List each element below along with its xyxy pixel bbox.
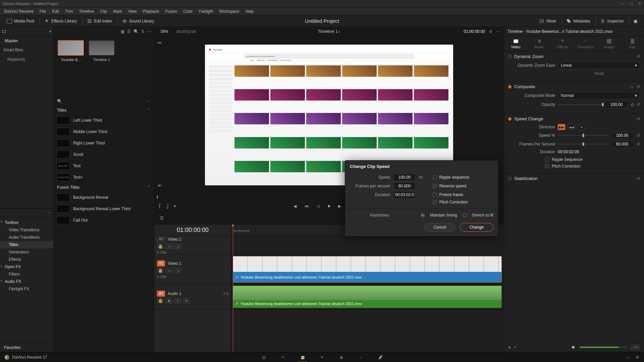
viewer-zoom[interactable]: 38% xyxy=(160,29,168,34)
tree-fairlightfx[interactable]: Fairlight FX xyxy=(0,285,53,293)
direction-forward-button[interactable]: ▶▶ xyxy=(558,124,565,130)
fusion-title-item[interactable]: Call Out xyxy=(54,215,154,226)
mark-out-icon[interactable]: ⎦ xyxy=(165,203,170,209)
title-item[interactable]: Scroll xyxy=(54,149,154,160)
inspector-button[interactable]: Inspector xyxy=(596,17,627,25)
reset-icon[interactable]: ↺ xyxy=(637,142,640,146)
titles-search-icon[interactable]: 🔍 xyxy=(57,99,62,104)
speaker-icon[interactable] xyxy=(571,345,576,350)
tree-filters[interactable]: Filters xyxy=(0,270,53,278)
go-first-frame-icon[interactable]: ⏮ xyxy=(158,40,162,45)
composite-toggle[interactable] xyxy=(508,85,512,88)
menu-fairlight[interactable]: Fairlight xyxy=(196,8,216,14)
expand-icon[interactable]: ▣ xyxy=(629,17,641,25)
link-icon[interactable]: 🔒 xyxy=(157,268,164,273)
composite-mode-dropdown[interactable]: Normal▾ xyxy=(558,92,640,99)
smart-bin-keywords[interactable]: Keywords xyxy=(3,56,50,63)
step-back-icon[interactable]: ◁ xyxy=(315,203,321,209)
page-color[interactable]: ◉ xyxy=(337,354,346,361)
speed-slider[interactable] xyxy=(558,133,608,137)
title-item[interactable]: Right Lower Third xyxy=(54,137,154,149)
duration-input[interactable] xyxy=(393,191,416,198)
arm-icon[interactable]: ◉ xyxy=(166,298,172,303)
track-lane-a1[interactable]: Youtube Bewertung deaktivieren und aktiv… xyxy=(231,284,504,310)
maintain-timing-radio[interactable] xyxy=(421,213,425,217)
change-button[interactable]: Change xyxy=(460,223,493,232)
search-icon[interactable]: 🔍 xyxy=(133,29,139,34)
menu-view[interactable]: View xyxy=(125,8,140,14)
track-header-v1[interactable]: V1Video 1 🔒▭◻ 1 Clip xyxy=(154,255,231,284)
ripple-sequence-checkbox[interactable] xyxy=(545,158,549,162)
title-item[interactable]: Basic TitleText xyxy=(54,160,154,172)
reset-icon[interactable]: ↺ xyxy=(637,102,640,107)
menu-workspace[interactable]: Workspace xyxy=(217,8,242,14)
reset-icon[interactable]: ↺ xyxy=(637,117,640,121)
track-lane-v1[interactable]: Youtube Bewertung deaktivieren und aktiv… xyxy=(231,255,504,284)
mixer-button[interactable]: Mixer xyxy=(536,17,559,25)
audio-clip[interactable]: Youtube Bewertung deaktivieren und aktiv… xyxy=(233,286,502,308)
pitch-correction-checkbox[interactable] xyxy=(545,164,549,168)
tree-audio-transitions[interactable]: Audio Transitions xyxy=(0,234,53,241)
thumb-timeline-1[interactable]: Timeline 1 xyxy=(89,40,115,93)
go-last-frame-icon[interactable]: ⏭ xyxy=(158,183,162,188)
play-icon[interactable]: ▶ xyxy=(337,203,342,209)
thumb-toggle-icon[interactable]: ◻ xyxy=(174,268,181,273)
title-item[interactable]: Middle Lower Third xyxy=(54,126,154,137)
cancel-button[interactable]: Cancel xyxy=(424,223,456,232)
tab-audio[interactable]: Audio xyxy=(528,36,551,51)
menu-mark[interactable]: Mark xyxy=(110,8,125,14)
swap-button[interactable]: Swap xyxy=(558,71,640,76)
dynamic-zoom-ease-dropdown[interactable]: Linear▾ xyxy=(558,62,640,69)
pool-options-icon[interactable]: ⋯ xyxy=(147,29,151,34)
view-grid-icon[interactable]: ▦ xyxy=(121,29,124,34)
first-frame-icon[interactable]: ⏮ xyxy=(303,203,310,209)
page-cut[interactable]: ✂ xyxy=(279,354,287,361)
link-icon[interactable]: 🔒 xyxy=(157,298,164,303)
title-item[interactable]: Custom TitleText+ xyxy=(54,172,154,183)
effects-library-button[interactable]: Effects Library xyxy=(40,17,80,25)
menu-edit[interactable]: Edit xyxy=(49,8,62,14)
speed-input[interactable] xyxy=(393,174,416,181)
mute-video-icon[interactable]: ▭ xyxy=(166,244,172,249)
tab-video[interactable]: Video xyxy=(504,36,528,51)
speed-change-toggle[interactable] xyxy=(508,117,512,121)
thumb-youtube-clip[interactable]: Youtube B... xyxy=(58,40,84,93)
toolbox-options-icon[interactable]: ⋯ xyxy=(47,210,51,215)
reset-icon[interactable]: ↺ xyxy=(637,133,640,138)
project-settings-icon[interactable]: ⚙ xyxy=(636,355,639,360)
media-pool-button[interactable]: Media Pool xyxy=(3,17,38,25)
tracks-area[interactable]: 01:00:00:00 01:02:00:00 Youtube Bewertun… xyxy=(231,225,504,352)
maximize-icon[interactable]: ▢ xyxy=(630,1,633,6)
menu-help[interactable]: Help xyxy=(243,8,256,14)
direction-reverse-button[interactable]: ◀◀ xyxy=(568,124,575,130)
add-icon[interactable]: + xyxy=(514,345,516,350)
home-icon[interactable]: ⌂ xyxy=(627,355,630,360)
stretch-to-fit-radio[interactable] xyxy=(463,213,467,217)
thumb-toggle-icon[interactable]: ◻ xyxy=(174,244,181,249)
tab-image[interactable]: Image xyxy=(597,36,621,51)
reverse-checkbox[interactable] xyxy=(433,184,437,188)
metadata-button[interactable]: Metadata xyxy=(562,17,594,25)
fps-input[interactable] xyxy=(393,182,416,190)
track-header-v2[interactable]: V2Video 2 🔒▭◻ 0 Clip xyxy=(154,236,231,255)
reset-icon[interactable]: ↺ xyxy=(637,84,640,89)
page-fusion[interactable]: ✦ xyxy=(318,354,326,361)
page-fairlight[interactable]: ♪ xyxy=(357,354,365,361)
tc-options-icon[interactable]: ⊚ xyxy=(489,29,492,34)
tree-video-transitions[interactable]: Video Transitions xyxy=(0,226,53,234)
master-bin[interactable]: Master xyxy=(0,36,53,45)
tl-view-icon[interactable]: ☰ xyxy=(158,215,166,222)
title-item[interactable]: Left Lower Third xyxy=(54,115,154,126)
playhead[interactable] xyxy=(233,225,233,352)
menu-davinci[interactable]: DaVinci Resolve xyxy=(1,8,36,14)
timeline-name[interactable]: Timeline 1 xyxy=(318,29,340,34)
menu-fusion[interactable]: Fusion xyxy=(162,8,180,14)
close-icon[interactable]: ✕ xyxy=(638,1,641,6)
stop-icon[interactable]: ■ xyxy=(326,203,331,209)
menu-color[interactable]: Color xyxy=(180,8,196,14)
tab-file[interactable]: File xyxy=(621,36,644,51)
menu-trim[interactable]: Trim xyxy=(62,8,76,14)
menu-clip[interactable]: Clip xyxy=(97,8,110,14)
tree-openfx[interactable]: Open FX xyxy=(0,263,53,270)
freeze-checkbox[interactable] xyxy=(433,193,437,197)
